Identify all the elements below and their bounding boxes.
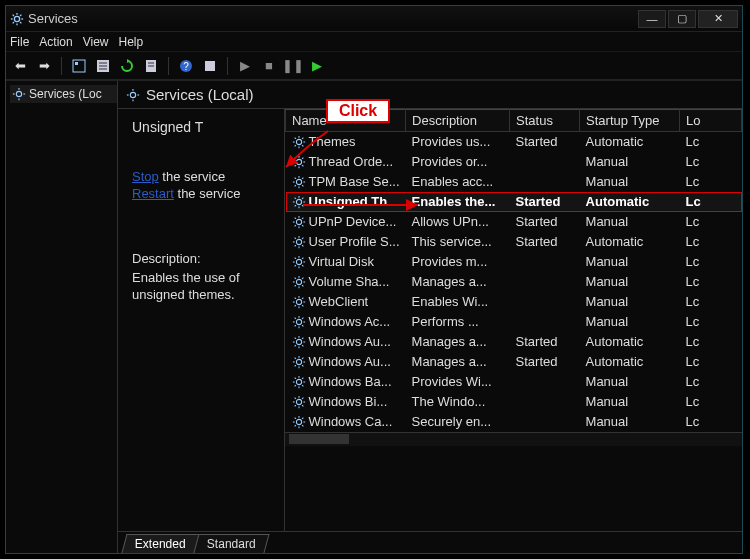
svg-line-101 bbox=[294, 277, 295, 278]
svg-line-149 bbox=[294, 385, 295, 386]
cell-startup: Manual bbox=[580, 172, 680, 192]
svg-point-141 bbox=[296, 379, 301, 384]
table-row[interactable]: Windows Ca...Securely en...ManualLc bbox=[286, 412, 742, 432]
restart-link[interactable]: Restart bbox=[132, 186, 174, 201]
cell-startup: Automatic bbox=[580, 332, 680, 352]
gear-icon bbox=[292, 255, 306, 269]
cell-name: Windows Ca... bbox=[286, 412, 406, 432]
scrollbar-thumb[interactable] bbox=[289, 434, 349, 444]
svg-point-27 bbox=[130, 92, 135, 97]
table-row[interactable]: Windows Ac...Performs ...ManualLc bbox=[286, 312, 742, 332]
svg-line-85 bbox=[302, 237, 303, 238]
svg-line-167 bbox=[294, 425, 295, 426]
help-button[interactable]: ? bbox=[176, 56, 196, 76]
menu-file[interactable]: File bbox=[10, 35, 29, 49]
svg-point-22 bbox=[16, 91, 21, 96]
svg-line-166 bbox=[302, 417, 303, 418]
cell-status: Started bbox=[510, 212, 580, 232]
svg-line-92 bbox=[294, 257, 295, 258]
table-row[interactable]: Windows Ba...Provides Wi...ManualLc bbox=[286, 372, 742, 392]
menu-action[interactable]: Action bbox=[39, 35, 72, 49]
cell-status: Started bbox=[510, 192, 580, 212]
table-row[interactable]: Windows Au...Manages a...StartedAutomati… bbox=[286, 332, 742, 352]
menu-view[interactable]: View bbox=[83, 35, 109, 49]
table-row[interactable]: Windows Bi...The Windo...ManualLc bbox=[286, 392, 742, 412]
tree-root-services[interactable]: Services (Loc bbox=[10, 85, 117, 103]
col-status[interactable]: Status bbox=[510, 110, 580, 132]
gear-icon bbox=[292, 315, 306, 329]
stop-service-button[interactable]: ■ bbox=[259, 56, 279, 76]
svg-line-140 bbox=[294, 365, 295, 366]
col-logon[interactable]: Lo bbox=[680, 110, 742, 132]
col-startup[interactable]: Startup Type bbox=[580, 110, 680, 132]
cell-description: Enables acc... bbox=[406, 172, 510, 192]
svg-line-139 bbox=[302, 357, 303, 358]
svg-line-77 bbox=[294, 225, 295, 226]
svg-line-148 bbox=[302, 377, 303, 378]
svg-line-121 bbox=[302, 317, 303, 318]
toolbar: ⬅ ➡ ? ▶ ■ ❚❚ ▶ bbox=[6, 52, 742, 80]
refresh-button[interactable] bbox=[117, 56, 137, 76]
table-row[interactable]: Thread Orde...Provides or...ManualLc bbox=[286, 152, 742, 172]
gear-icon bbox=[292, 355, 306, 369]
cell-logon: Lc bbox=[680, 252, 742, 272]
help-topics-button[interactable] bbox=[200, 56, 220, 76]
menu-help[interactable]: Help bbox=[119, 35, 144, 49]
svg-line-111 bbox=[302, 305, 303, 306]
cell-logon: Lc bbox=[680, 272, 742, 292]
svg-line-58 bbox=[302, 177, 303, 178]
cell-name: Windows Ba... bbox=[286, 372, 406, 392]
table-row[interactable]: Virtual DiskProvides m...ManualLc bbox=[286, 252, 742, 272]
horizontal-scrollbar[interactable] bbox=[285, 432, 742, 446]
cell-name: Windows Au... bbox=[286, 332, 406, 352]
detail-pane: Click Unsigned T Stop the service bbox=[118, 109, 284, 531]
svg-line-6 bbox=[20, 22, 21, 23]
cell-description: Manages a... bbox=[406, 352, 510, 372]
gear-icon bbox=[292, 235, 306, 249]
tab-extended[interactable]: Extended bbox=[121, 534, 199, 553]
table-row[interactable]: Volume Sha...Manages a...ManualLc bbox=[286, 272, 742, 292]
svg-line-165 bbox=[302, 425, 303, 426]
svg-line-5 bbox=[13, 14, 14, 15]
back-button[interactable]: ⬅ bbox=[10, 56, 30, 76]
svg-line-131 bbox=[294, 345, 295, 346]
cell-startup: Automatic bbox=[580, 232, 680, 252]
table-row[interactable]: TPM Base Se...Enables acc...ManualLc bbox=[286, 172, 742, 192]
tree-pane[interactable]: Services (Loc bbox=[6, 81, 118, 553]
gear-icon bbox=[126, 88, 140, 102]
table-row[interactable]: ThemesProvides us...StartedAutomaticLc bbox=[286, 132, 742, 152]
svg-line-57 bbox=[302, 185, 303, 186]
show-tree-button[interactable] bbox=[69, 56, 89, 76]
forward-button[interactable]: ➡ bbox=[34, 56, 54, 76]
stop-link[interactable]: Stop bbox=[132, 169, 159, 184]
export-list-button[interactable] bbox=[93, 56, 113, 76]
svg-rect-9 bbox=[73, 60, 85, 72]
col-description[interactable]: Description bbox=[406, 110, 510, 132]
cell-status bbox=[510, 172, 580, 192]
table-row[interactable]: Windows Au...Manages a...StartedAutomati… bbox=[286, 352, 742, 372]
services-table[interactable]: Name Description Status Startup Type Lo … bbox=[285, 109, 742, 432]
maximize-button[interactable]: ▢ bbox=[668, 10, 696, 28]
cell-name: Volume Sha... bbox=[286, 272, 406, 292]
right-pane: Services (Local) Click Unsi bbox=[118, 81, 742, 553]
properties-button[interactable] bbox=[141, 56, 161, 76]
table-row[interactable]: User Profile S...This service...StartedA… bbox=[286, 232, 742, 252]
titlebar[interactable]: Services — ▢ ✕ bbox=[6, 6, 742, 32]
restart-service-button[interactable]: ▶ bbox=[307, 56, 327, 76]
svg-point-150 bbox=[296, 399, 301, 404]
minimize-button[interactable]: — bbox=[638, 10, 666, 28]
cell-logon: Lc bbox=[680, 332, 742, 352]
gear-icon bbox=[292, 175, 306, 189]
pane-body: Click Unsigned T Stop the service bbox=[118, 109, 742, 531]
tab-standard[interactable]: Standard bbox=[193, 534, 269, 553]
svg-line-83 bbox=[294, 237, 295, 238]
pause-service-button[interactable]: ❚❚ bbox=[283, 56, 303, 76]
svg-line-94 bbox=[302, 257, 303, 258]
start-service-button[interactable]: ▶ bbox=[235, 56, 255, 76]
svg-rect-10 bbox=[75, 62, 78, 65]
close-button[interactable]: ✕ bbox=[698, 10, 738, 28]
cell-status: Started bbox=[510, 132, 580, 152]
svg-text:?: ? bbox=[183, 61, 189, 72]
cell-status bbox=[510, 272, 580, 292]
table-row[interactable]: WebClientEnables Wi...ManualLc bbox=[286, 292, 742, 312]
